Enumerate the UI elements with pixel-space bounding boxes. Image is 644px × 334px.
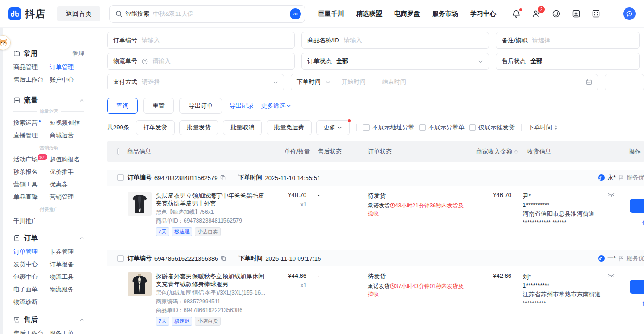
manage-link[interactable]: 管理 [72,50,84,58]
eye-closed-icon[interactable] [608,193,615,198]
remark-flag-select[interactable]: 备注/旗帜 请选择 [496,32,640,49]
sidebar-item-dingdanbaobei[interactable]: 订单报备 [50,258,93,270]
chevron-up-icon[interactable] [79,98,84,103]
flag-icon[interactable] [618,256,624,262]
contacts-icon[interactable]: 2 [532,9,541,18]
download-center-icon[interactable] [572,9,580,18]
batch-cancel-button[interactable]: 批量取消 [223,120,262,135]
sidebar-item-wuliugongju[interactable]: 物流工具 [50,270,93,283]
sidebar-item-chaozhigoubaoming[interactable]: 超值购报名 [50,153,93,166]
merchant-income: ¥46.70 [467,192,518,199]
chevron-up-icon[interactable] [79,317,84,322]
sidebar-item-sousuoyunying[interactable]: 搜索运营 [13,116,50,129]
service-priority-tag: 服务优先 [626,254,644,263]
sidebar-item-duanshipinchuangzuo[interactable]: 短视频创作 [50,116,93,129]
sidebar-item-dingdanguanli-top[interactable]: 订单管理 [50,61,93,73]
modify-address-link[interactable]: 修 [642,218,644,227]
sidebar-item-danpinzhijiang[interactable]: 单品直降 [13,191,50,203]
buyer-name[interactable]: 一* [607,254,616,263]
query-button[interactable]: 查询 [107,98,138,114]
order-time-value: 2025-11-10 14:55:51 [265,174,320,181]
sidebar-item-zhanghuzhongxin[interactable]: 账户中心 [50,73,93,86]
order-no-input[interactable]: 订单编号 请输入 [107,32,295,49]
product-image[interactable] [128,272,152,296]
promise-label: 承诺发货 [368,283,390,289]
sidebar-item-fahuozhongxin[interactable]: 发货中心 [13,258,50,270]
flag-icon[interactable] [618,175,624,181]
order-checkbox[interactable] [117,174,124,181]
aftersale-status-select[interactable]: 售后状态 全部 [496,53,640,70]
sidebar-item-fuwugongdan[interactable]: 服务工单 [50,327,93,334]
back-home-button[interactable]: 返回首页 [57,6,100,21]
sidebar-item-zhiboguanli[interactable]: 直播管理 [13,129,50,141]
headset-icon[interactable] [552,9,561,18]
more-filters-link[interactable]: 更多筛选 [261,102,291,110]
more-actions-button[interactable]: 更多 [316,120,350,135]
batch-free-shipping-button[interactable]: 批量免运费 [267,120,312,135]
sidebar-item-yingxiaoguanli[interactable]: 营销管理 [50,191,93,203]
sidebar-item-huodongguangchang[interactable]: 活动广场双11 [13,153,50,166]
order-group: 订单编号 6947882384811562579 下单时间 2025-11-10… [107,170,644,243]
ai-search-button[interactable]: AI [290,8,301,19]
reset-button[interactable]: 重置 [143,98,174,114]
pay-method-select[interactable]: 支付方式 请选择 [107,74,284,90]
sidebar-item-shangpinguanli[interactable]: 商品管理 [13,61,50,73]
chevron-up-icon[interactable] [79,236,84,241]
sidebar-item-wuliufuwu[interactable]: 物流服务 [50,283,93,295]
export-orders-button[interactable]: 导出订单 [179,98,222,114]
tag-self-sold: 小店自卖 [195,227,221,236]
copy-icon[interactable] [221,256,226,261]
order-time-range[interactable]: 下单时间 开始时间 – 结束时间 [291,74,599,90]
sidebar-item-wuliuzhenduan[interactable]: 物流诊断 [13,295,50,308]
eye-closed-icon[interactable] [608,273,615,278]
modify-address-link[interactable]: 修 [642,299,644,308]
section-title-shouhou: 售后 [24,315,38,324]
order-status-select[interactable]: 订单状态 全部 [301,53,489,70]
service-avatar[interactable] [623,7,636,20]
export-log-link[interactable]: 导出记录 [230,102,254,110]
nav-fuwu-shichang[interactable]: 服务市场 [432,10,458,18]
hide-address-abnormal-checkbox[interactable]: 不展示地址异常 [363,123,414,132]
only-urge-ship-checkbox[interactable]: 仅展示催发货 [469,123,515,132]
product-title[interactable]: 探爵者外套男保暖秋冬立领加绒加厚休闲夹克青年绒款修身棒球服男 [156,272,267,288]
batch-ship-button[interactable]: 批量发货 [179,120,218,135]
nav-dianshang-luopan[interactable]: 电商罗盘 [394,10,420,18]
apps-grid-icon[interactable] [592,9,600,18]
sidebar: 常用 管理 商品管理 订单管理 售后工作台 账户中心 流量 流量运营 搜索运营 … [3,28,93,334]
sidebar-item-shouhougongzuotai-top[interactable]: 售后工作台 [13,73,50,86]
sidebar-item-miaoshabaoming[interactable]: 秒杀报名 [13,166,50,178]
sidebar-item-dingdanguanli[interactable]: 订单管理 [13,245,50,258]
print-ship-button[interactable]: 打单发货 [136,120,175,135]
copy-icon[interactable] [220,175,226,180]
nav-jingxuan-lianmeng[interactable]: 精选联盟 [356,10,382,18]
sidebar-item-shouhougongzuotai[interactable]: 售后工作台 [13,327,50,334]
product-cell: 头层皮衣男立领加绒海宁中年爸爸黑毛皮夹克仿绵羊皮男士外套 黑色【甄选加绒】/56… [119,192,268,236]
sidebar-item-shangchengyunying[interactable]: 商城运营 [50,129,93,141]
calendar-icon [586,79,592,85]
sidebar-item-youjiatuishou[interactable]: 优价推手 [50,166,93,178]
question-circle-icon [142,58,148,64]
sidebar-item-youhuiquan[interactable]: 优惠券 [50,178,93,191]
ship-button[interactable] [630,199,644,213]
nav-xuexi-zhongxin[interactable]: 学习中心 [470,10,496,18]
nav-juliang-qianchuan[interactable]: 巨量千川 [318,10,344,18]
notification-bell-icon[interactable] [512,9,521,18]
sidebar-item-dianzimiandan[interactable]: 电子面单 [13,283,50,295]
clipped-filter-input[interactable] [605,74,644,90]
sidebar-item-baoguozhongxin[interactable]: 包裹中心 [13,270,50,283]
sidebar-item-qianchuantuiguang[interactable]: 千川推广 [13,215,50,227]
search-bar[interactable]: 智能搜索 中秋&双11大促 AI [109,5,305,23]
sidebar-item-kaquanguanli[interactable]: 卡券管理 [50,245,93,258]
col-order-status: 订单状态 [360,148,467,156]
sidebar-item-yingxiaogongju[interactable]: 营销工具 [13,178,50,191]
ship-button[interactable] [630,280,644,294]
receiver-address: 河南省信阳市息县淮河街道 ************ ****** [523,209,606,227]
tracking-no-input[interactable]: 物流单号 请输入 [107,53,295,70]
product-name-input[interactable]: 商品名称/ID 请输入 [301,32,489,49]
product-title[interactable]: 头层皮衣男立领加绒海宁中年爸爸黑毛皮夹克仿绵羊皮男士外套 [156,192,267,207]
buyer-name[interactable]: 永* [607,173,616,182]
product-image[interactable] [128,192,152,216]
sort-by-order-time[interactable]: 下单时间 [528,123,558,132]
order-checkbox[interactable] [117,255,124,262]
hide-abnormal-order-checkbox[interactable]: 不展示异常单 [419,123,465,132]
